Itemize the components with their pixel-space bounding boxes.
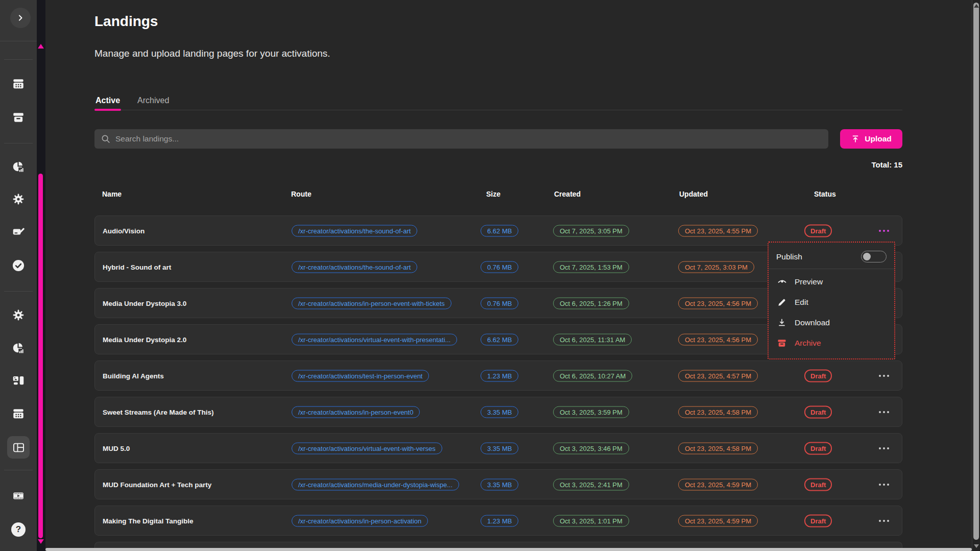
- table-row: Sweet Streams (Are Made of This) /xr-cre…: [94, 397, 902, 427]
- sidebar-item-videos[interactable]: [8, 486, 29, 506]
- table-row: MUD 5.0 /xr-creator/activations/virtual-…: [94, 433, 902, 463]
- upload-button[interactable]: Upload: [840, 129, 902, 149]
- menu-item-download[interactable]: Download: [769, 313, 894, 333]
- film-icon: [12, 489, 25, 502]
- sidebar-item-help[interactable]: ?: [8, 519, 29, 540]
- sidebar: ?: [0, 0, 37, 551]
- row-route-chip[interactable]: /xr-creator/activations/test-in-person-e…: [292, 370, 429, 381]
- publish-toggle[interactable]: [861, 251, 887, 262]
- archive-icon: [776, 338, 787, 348]
- column-header-name: Name: [102, 190, 122, 198]
- row-size-chip: 3.35 MB: [481, 406, 518, 418]
- upload-icon: [851, 134, 860, 143]
- row-menu-button[interactable]: [875, 478, 893, 491]
- column-header-route: Route: [291, 190, 312, 198]
- sidebar-scrollbar[interactable]: [37, 0, 45, 551]
- sidebar-divider: [4, 59, 33, 60]
- tab-active[interactable]: Active: [94, 91, 121, 110]
- scroll-down-arrow-icon[interactable]: [38, 539, 44, 544]
- row-route-chip[interactable]: /xr-creator/activations/media-under-dyst…: [292, 478, 459, 490]
- sidebar-item-analytics[interactable]: [8, 157, 29, 177]
- column-header-status: Status: [814, 190, 836, 198]
- tab-archived[interactable]: Archived: [136, 91, 170, 110]
- sidebar-item-card-edit[interactable]: [8, 222, 29, 242]
- row-created-chip: Oct 7, 2025, 3:05 PM: [553, 225, 629, 236]
- archive-box-icon: [12, 111, 25, 124]
- layout-panel-icon: [12, 441, 26, 454]
- sidebar-item-check[interactable]: [8, 255, 29, 276]
- row-status-badge: Draft: [804, 369, 832, 382]
- sidebar-item-analytics-2[interactable]: [8, 338, 29, 358]
- sidebar-item-calendar-grid[interactable]: [8, 74, 29, 94]
- sidebar-item-settings-2[interactable]: [8, 305, 29, 325]
- row-route-chip[interactable]: /xr-creator/activations/in-person-event-…: [292, 297, 451, 309]
- menu-item-label: Archive: [795, 339, 821, 348]
- row-route-chip[interactable]: /xr-creator/activations/virtual-event-wi…: [292, 442, 442, 454]
- row-created-chip: Oct 3, 2025, 3:46 PM: [553, 442, 629, 454]
- window-scrollbar-thumb[interactable]: [973, 3, 979, 540]
- app-root: ? Landings Manage and upload landing pag…: [0, 0, 980, 551]
- gear-icon: [12, 308, 25, 322]
- row-created-chip: Oct 3, 2025, 3:59 PM: [553, 406, 629, 418]
- row-status-badge: Draft: [804, 478, 832, 491]
- row-status-badge: Draft: [804, 224, 832, 237]
- row-created-chip: Oct 6, 2025, 1:26 PM: [553, 297, 629, 309]
- help-icon: ?: [11, 522, 26, 537]
- row-created-chip: Oct 6, 2025, 11:31 AM: [553, 333, 632, 345]
- horizontal-scrollbar[interactable]: [45, 548, 972, 551]
- row-created-chip: Oct 3, 2025, 1:01 PM: [553, 515, 629, 526]
- sidebar-item-landings[interactable]: [7, 436, 30, 459]
- row-route-chip[interactable]: /xr-creator/activations/in-person-event0: [292, 406, 420, 418]
- row-menu-button[interactable]: [875, 515, 893, 527]
- pie-chart-icon: [12, 342, 25, 355]
- menu-item-preview[interactable]: Preview: [769, 271, 894, 292]
- row-updated-chip: Oct 23, 2025, 4:59 PM: [678, 478, 758, 490]
- chevron-right-icon: [15, 13, 26, 23]
- row-updated-chip: Oct 23, 2025, 4:58 PM: [678, 442, 758, 454]
- sidebar-divider: [4, 143, 33, 143]
- calendar-grid-icon: [12, 407, 25, 420]
- publish-label: Publish: [776, 252, 802, 261]
- row-route-chip[interactable]: /xr-creator/activations/the-sound-of-art: [292, 225, 417, 236]
- row-status-badge: Draft: [804, 405, 832, 418]
- sidebar-item-settings[interactable]: [8, 189, 29, 209]
- row-menu-button[interactable]: [875, 225, 893, 237]
- search-input[interactable]: [115, 134, 822, 143]
- row-menu-button[interactable]: [875, 442, 893, 454]
- publish-row: Publish: [769, 246, 894, 269]
- check-circle-icon: [11, 258, 26, 273]
- sidebar-divider: [4, 291, 33, 292]
- row-updated-chip: Oct 23, 2025, 4:56 PM: [678, 333, 758, 345]
- scroll-up-arrow-icon[interactable]: [974, 4, 979, 8]
- eye-icon: [776, 276, 787, 287]
- sidebar-expand-button[interactable]: [10, 8, 31, 28]
- search-box[interactable]: [94, 129, 828, 149]
- table-row: Building AI Agents /xr-creator/activatio…: [94, 361, 902, 391]
- sidebar-item-calendar-grid-2[interactable]: [8, 403, 29, 424]
- upload-button-label: Upload: [865, 134, 892, 143]
- column-header-created: Created: [554, 190, 581, 198]
- row-route-chip[interactable]: /xr-creator/activations/the-sound-of-art: [292, 261, 417, 273]
- row-updated-chip: Oct 23, 2025, 4:59 PM: [678, 515, 758, 526]
- row-name: MUD 5.0: [103, 444, 130, 452]
- sidebar-scrollbar-thumb[interactable]: [38, 174, 43, 538]
- sidebar-item-archive[interactable]: [8, 107, 29, 128]
- menu-item-archive[interactable]: Archive: [769, 333, 894, 353]
- row-route-chip[interactable]: /xr-creator/activations/in-person-activa…: [292, 515, 428, 526]
- scroll-down-arrow-icon[interactable]: [974, 544, 979, 548]
- window-scrollbar[interactable]: [972, 0, 980, 551]
- row-menu-button[interactable]: [875, 406, 893, 418]
- sidebar-item-media[interactable]: [8, 370, 29, 391]
- row-name: Building AI Agents: [103, 372, 164, 379]
- menu-divider: [769, 269, 894, 269]
- row-size-chip: 0.76 MB: [481, 261, 518, 273]
- scroll-up-arrow-icon[interactable]: [38, 44, 44, 49]
- row-size-chip: 0.76 MB: [481, 297, 518, 309]
- row-name: Media Under Dystopia 2.0: [103, 336, 186, 343]
- row-route-chip[interactable]: /xr-creator/activations/virtual-event-wi…: [292, 333, 457, 345]
- page-title: Landings: [94, 13, 158, 30]
- media-layout-icon: [12, 374, 25, 387]
- menu-item-label: Edit: [795, 298, 808, 307]
- menu-item-edit[interactable]: Edit: [769, 292, 894, 313]
- row-menu-button[interactable]: [875, 370, 893, 382]
